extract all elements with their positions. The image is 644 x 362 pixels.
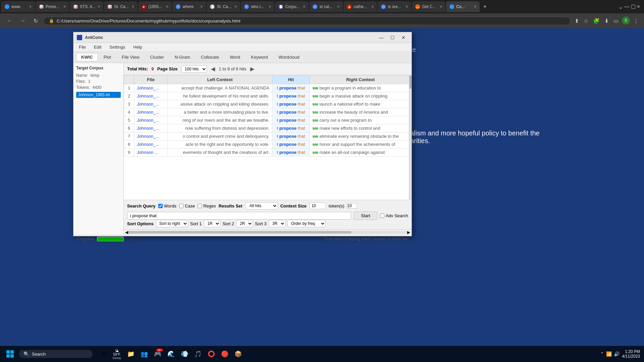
browser-tab-1[interactable]: 🌐 www. × — [1, 1, 35, 12]
sort-to-right-select[interactable]: Sort to right Sort to left — [156, 220, 188, 227]
tab-close-3[interactable]: × — [98, 4, 100, 9]
minimize-window-button[interactable]: — — [376, 34, 386, 41]
browser-tab-6[interactable]: G where × — [172, 1, 206, 12]
steam-button[interactable]: 💨 — [178, 348, 191, 360]
corpus-file-entry[interactable]: Johnson_1965.txt — [76, 92, 121, 98]
results-set-select[interactable]: All hits Current file — [245, 202, 278, 209]
menu-settings[interactable]: Settings — [106, 44, 128, 51]
tab-close-14[interactable]: × — [474, 4, 476, 9]
search-input[interactable] — [127, 212, 351, 220]
tab-fileview[interactable]: File View — [117, 53, 145, 61]
tab-overflow-icon[interactable]: ⌄ — [619, 4, 623, 10]
tab-keyword[interactable]: Keyword — [246, 53, 273, 61]
browser-tab-4[interactable]: 📊 St. Ca... × — [104, 1, 138, 12]
vertical-scrollbar[interactable] — [409, 75, 412, 200]
sort2-select[interactable]: 2R1R1L — [236, 220, 253, 227]
browser-tab-5[interactable]: ▶ (1955... × — [138, 1, 172, 12]
scrollbar-thumb[interactable] — [410, 75, 412, 89]
tab-kwic[interactable]: KWIC — [76, 53, 98, 61]
tab-close-4[interactable]: × — [132, 4, 134, 9]
forward-button[interactable]: → — [17, 16, 28, 25]
favorites-button[interactable]: ☆ — [582, 16, 590, 25]
tab-word[interactable]: Word — [225, 53, 245, 61]
browser-tab-9[interactable]: 📄 Corpu... × — [275, 1, 309, 12]
scroll-right-button[interactable]: ▶ — [407, 230, 410, 235]
address-bar[interactable]: 🔒 C:/Users/sammo/OneDrive/Pictures/Docum… — [43, 17, 571, 25]
prev-page-button[interactable]: ◀ — [210, 65, 216, 73]
file-explorer-button[interactable]: 📁 — [125, 348, 137, 360]
browser-tab-11[interactable]: 🔥 cathe... × — [343, 1, 377, 12]
tab-close-1[interactable]: × — [29, 4, 32, 9]
next-page-button[interactable]: ▶ — [250, 65, 255, 73]
tab-wordcloud[interactable]: Wordcloud — [274, 53, 305, 61]
start-button-taskbar[interactable] — [4, 348, 16, 360]
extra-app-button[interactable]: 📦 — [232, 348, 244, 360]
teams-button[interactable]: 👥 — [138, 348, 150, 360]
tab-cluster[interactable]: Cluster — [145, 53, 169, 61]
menu-help[interactable]: Help — [130, 44, 146, 51]
browser-tab-7[interactable]: 📄 St. Ca... × — [207, 1, 240, 12]
widgets-button[interactable]: 🌤 59°F Sunny — [111, 348, 123, 360]
tab-close-12[interactable]: × — [406, 4, 408, 9]
context-size-input[interactable] — [309, 202, 326, 209]
refresh-button[interactable]: ↻ — [31, 16, 41, 25]
case-checkbox[interactable] — [179, 204, 183, 208]
h-scroll-thumb[interactable] — [128, 231, 352, 234]
table-row: 4 Johnson_... a better and a more stimul… — [124, 108, 412, 116]
menu-edit[interactable]: Edit — [91, 44, 105, 51]
profile-button[interactable]: S — [622, 16, 630, 24]
tab-plot[interactable]: Plot — [99, 53, 116, 61]
browser-tab-2[interactable]: 📊 Prese... × — [36, 1, 69, 12]
tab-close-10[interactable]: × — [337, 4, 339, 9]
extensions-button[interactable]: 🧩 — [592, 16, 601, 25]
browser-tab-13[interactable]: 🦊 Get C... × — [412, 1, 445, 12]
taskview-button[interactable]: ⧉ — [98, 348, 110, 360]
share-button[interactable]: ⬆ — [573, 16, 580, 25]
h-scroll-track[interactable] — [128, 231, 407, 234]
scroll-left-button[interactable]: ◀ — [125, 230, 128, 235]
tab-close-13[interactable]: × — [440, 4, 442, 9]
context-size-stepper[interactable] — [347, 203, 357, 208]
spotify-button[interactable]: 🎵 — [192, 348, 204, 360]
sidebar-toggle-button[interactable]: ▭ — [612, 16, 620, 25]
tab-close-8[interactable]: × — [269, 4, 271, 9]
horizontal-scrollbar[interactable]: ◀ ▶ — [124, 229, 412, 235]
tab-close-7[interactable]: × — [234, 4, 237, 9]
chrome2-button[interactable]: 🔴 — [219, 348, 231, 360]
words-checkbox[interactable] — [158, 204, 163, 208]
browser-tab-12[interactable]: G is ore... × — [378, 1, 411, 12]
back-button[interactable]: ← — [4, 16, 15, 25]
page-size-select[interactable]: 100 hits 50 hits 25 hits — [181, 65, 207, 73]
close-browser-icon[interactable]: × — [637, 4, 640, 10]
regex-checkbox[interactable] — [198, 204, 202, 208]
chevron-up-icon[interactable]: ⌃ — [600, 351, 604, 357]
tab-ngram[interactable]: N-Gram — [170, 53, 195, 61]
browser-tab-8[interactable]: G who t... × — [241, 1, 274, 12]
sort1-select[interactable]: 1R1L2R — [204, 220, 220, 227]
tab-close-6[interactable]: × — [200, 4, 203, 9]
menu-file[interactable]: File — [75, 44, 89, 51]
download-button[interactable]: ⬇ — [603, 16, 610, 25]
adv-search-checkbox[interactable] — [380, 214, 384, 218]
browser-tab-3[interactable]: 📊 STS. A... × — [70, 1, 103, 12]
edge-button[interactable]: 🌊 — [165, 348, 177, 360]
browser-tab-10[interactable]: G st cat... × — [309, 1, 343, 12]
restore-icon[interactable]: ☐ — [631, 4, 636, 10]
order-by-select[interactable]: Order by freq Order by alpha — [287, 220, 326, 227]
minimize-icon[interactable]: — — [624, 4, 630, 10]
tab-close-11[interactable]: × — [371, 4, 374, 9]
tab-close-9[interactable]: × — [303, 4, 305, 9]
menu-button[interactable]: ⋮ — [632, 16, 640, 25]
chrome-button[interactable]: ⭕ — [205, 348, 217, 360]
close-window-button[interactable]: ✕ — [399, 34, 408, 41]
sort3-select[interactable]: 3R2R1R — [269, 220, 285, 227]
tab-close-2[interactable]: × — [63, 4, 66, 9]
browser-tab-14[interactable]: 🌐 Co... × — [446, 1, 480, 12]
maximize-window-button[interactable]: ☐ — [388, 34, 397, 41]
new-tab-button[interactable]: + — [480, 3, 489, 10]
xbox-button[interactable]: 🎮 99+ — [152, 348, 164, 360]
tab-close-5[interactable]: × — [166, 4, 168, 9]
tab-collocate[interactable]: Collocate — [196, 53, 224, 61]
start-button[interactable]: Start — [354, 212, 377, 220]
taskbar-search-box[interactable]: 🔍 Search — [19, 350, 93, 358]
